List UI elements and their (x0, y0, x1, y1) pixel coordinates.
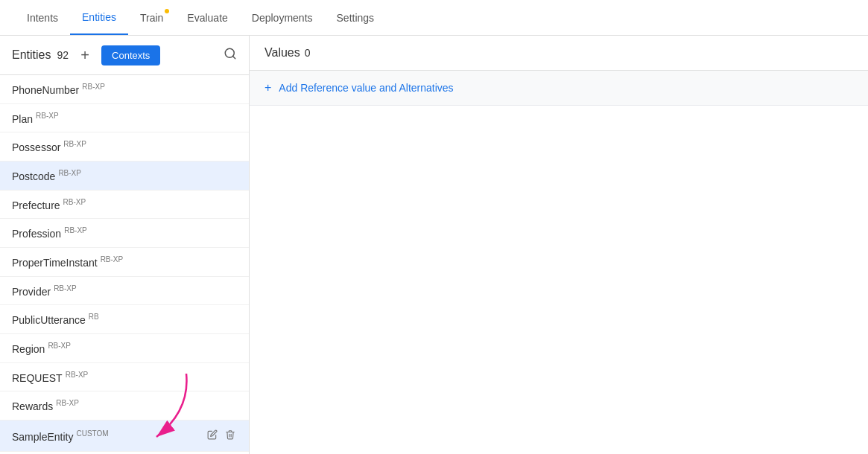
entity-item[interactable]: ProfessionRB-XP (0, 219, 249, 248)
nav-item-entities[interactable]: Entities (70, 1, 128, 35)
add-reference-text: Add Reference value and Alternatives (279, 82, 453, 94)
entity-name: PossessorRB-XP (12, 140, 86, 153)
entity-tag: RB-XP (101, 255, 124, 263)
entity-item[interactable]: PublicUtteranceRB (0, 305, 249, 334)
values-header: Values 0 (250, 36, 868, 71)
left-panel: Entities 92 + Contexts PhoneNumberRB-XPP… (0, 36, 250, 454)
top-nav: Intents Entities Train Evaluate Deployme… (0, 0, 868, 36)
values-count: 0 (305, 47, 311, 59)
entity-item[interactable]: REQUESTRB-XP (0, 363, 249, 392)
entity-tag: CUSTOM (76, 429, 108, 438)
entity-item[interactable]: SampleEntityCUSTOM (0, 421, 249, 452)
right-panel: Values 0 + Add Reference value and Alter… (250, 36, 868, 454)
nav-item-intents[interactable]: Intents (15, 1, 70, 34)
entity-name: REQUESTRB-XP (12, 371, 88, 384)
values-title: Values (264, 46, 300, 60)
values-content (250, 106, 868, 454)
entity-item[interactable]: PostcodeRB-XP (0, 162, 249, 191)
entity-tag: RB-XP (66, 371, 89, 379)
svg-line-1 (232, 56, 235, 58)
entity-name: ProfessionRB-XP (12, 226, 87, 240)
entity-name: PhoneNumberRB-XP (12, 83, 105, 96)
entity-tag: RB-XP (54, 284, 77, 292)
entity-item[interactable]: PossessorRB-XP (0, 132, 249, 162)
entities-header: Entities 92 + Contexts (0, 36, 249, 75)
entities-title: Entities (12, 48, 51, 62)
entity-item[interactable]: ProperTimeInstantRB-XP (0, 248, 249, 277)
entity-tag: RB-XP (56, 399, 79, 407)
entity-name: ProviderRB-XP (12, 284, 77, 298)
edit-entity-button[interactable] (206, 428, 219, 444)
nav-item-deployments[interactable]: Deployments (240, 1, 325, 34)
entity-name: PublicUtteranceRB (12, 313, 99, 326)
entity-tag: RB-XP (63, 198, 86, 206)
entity-tag: RB-XP (82, 83, 105, 91)
entity-name: ProperTimeInstantRB-XP (12, 255, 123, 269)
entity-item[interactable]: RewardsRB-XP (0, 391, 249, 421)
entity-name: RewardsRB-XP (12, 399, 79, 412)
add-reference-plus-icon: + (264, 81, 271, 95)
train-dot (165, 9, 169, 13)
entity-tag: RB (89, 313, 99, 321)
entity-name: SampleEntityCUSTOM (12, 429, 109, 443)
entity-tag: RB-XP (58, 169, 81, 177)
search-button[interactable] (224, 47, 237, 64)
entity-tag: RB-XP (64, 226, 87, 234)
nav-item-train[interactable]: Train (128, 1, 175, 34)
entity-item[interactable]: PrefectureRB-XP (0, 191, 249, 220)
nav-item-evaluate[interactable]: Evaluate (175, 1, 239, 34)
nav-item-settings[interactable]: Settings (325, 1, 387, 34)
entity-item[interactable]: PhoneNumberRB-XP (0, 75, 249, 104)
search-icon (224, 47, 237, 60)
entity-item[interactable]: RegionRB-XP (0, 334, 249, 363)
entity-tag: RB-XP (36, 112, 59, 120)
add-reference-row[interactable]: + Add Reference value and Alternatives (250, 71, 868, 106)
entity-actions (206, 428, 237, 444)
entity-list: PhoneNumberRB-XPPlanRB-XPPossessorRB-XPP… (0, 75, 249, 454)
entity-tag: RB-XP (48, 342, 71, 350)
entity-item[interactable]: PlanRB-XP (0, 104, 249, 133)
entity-name: RegionRB-XP (12, 342, 71, 355)
entities-count: 92 (57, 49, 69, 61)
delete-entity-button[interactable] (224, 428, 237, 444)
main-layout: Entities 92 + Contexts PhoneNumberRB-XPP… (0, 36, 868, 454)
entity-name: PrefectureRB-XP (12, 198, 86, 211)
add-entity-button[interactable]: + (75, 45, 95, 65)
contexts-button[interactable]: Contexts (101, 45, 160, 65)
entity-name: PlanRB-XP (12, 112, 59, 125)
entity-tag: RB-XP (63, 140, 86, 148)
entity-name: PostcodeRB-XP (12, 169, 81, 182)
entity-item[interactable]: ProviderRB-XP (0, 277, 249, 306)
